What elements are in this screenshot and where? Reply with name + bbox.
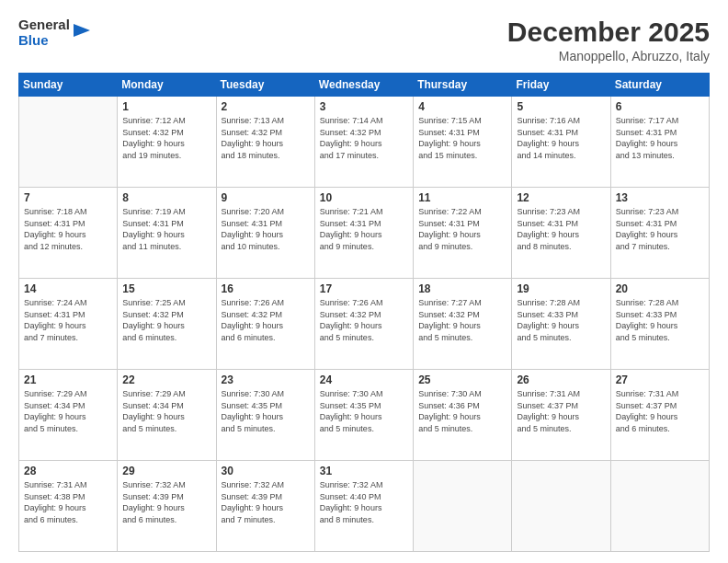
day-number: 1	[122, 100, 210, 113]
day-number: 10	[320, 191, 408, 204]
calendar-cell: 30Sunrise: 7:32 AM Sunset: 4:39 PM Dayli…	[216, 461, 314, 552]
day-number: 6	[616, 100, 704, 113]
week-row-4: 28Sunrise: 7:31 AM Sunset: 4:38 PM Dayli…	[19, 461, 710, 552]
calendar-cell: 25Sunrise: 7:30 AM Sunset: 4:36 PM Dayli…	[414, 370, 512, 461]
calendar-cell: 1Sunrise: 7:12 AM Sunset: 4:32 PM Daylig…	[118, 97, 216, 188]
day-info: Sunrise: 7:24 AM Sunset: 4:31 PM Dayligh…	[24, 297, 112, 343]
calendar-cell: 18Sunrise: 7:27 AM Sunset: 4:32 PM Dayli…	[414, 279, 512, 370]
col-tuesday: Tuesday	[216, 74, 314, 97]
calendar-cell: 14Sunrise: 7:24 AM Sunset: 4:31 PM Dayli…	[19, 279, 118, 370]
calendar-cell	[610, 461, 709, 552]
calendar: Sunday Monday Tuesday Wednesday Thursday…	[18, 73, 710, 552]
day-number: 12	[517, 191, 605, 204]
calendar-header-row: Sunday Monday Tuesday Wednesday Thursday…	[19, 74, 710, 97]
calendar-cell: 15Sunrise: 7:25 AM Sunset: 4:32 PM Dayli…	[118, 279, 216, 370]
day-info: Sunrise: 7:27 AM Sunset: 4:32 PM Dayligh…	[418, 297, 506, 343]
calendar-cell: 8Sunrise: 7:19 AM Sunset: 4:31 PM Daylig…	[118, 188, 216, 279]
day-info: Sunrise: 7:16 AM Sunset: 4:31 PM Dayligh…	[517, 115, 605, 161]
day-number: 8	[122, 191, 210, 204]
day-number: 20	[616, 282, 704, 295]
day-number: 26	[517, 373, 605, 386]
day-info: Sunrise: 7:23 AM Sunset: 4:31 PM Dayligh…	[517, 206, 605, 252]
day-info: Sunrise: 7:28 AM Sunset: 4:33 PM Dayligh…	[616, 297, 704, 343]
day-info: Sunrise: 7:31 AM Sunset: 4:37 PM Dayligh…	[616, 388, 704, 434]
week-row-0: 1Sunrise: 7:12 AM Sunset: 4:32 PM Daylig…	[19, 97, 710, 188]
calendar-cell: 26Sunrise: 7:31 AM Sunset: 4:37 PM Dayli…	[512, 370, 610, 461]
calendar-cell: 23Sunrise: 7:30 AM Sunset: 4:35 PM Dayli…	[216, 370, 314, 461]
calendar-cell: 4Sunrise: 7:15 AM Sunset: 4:31 PM Daylig…	[414, 97, 512, 188]
day-number: 31	[320, 465, 408, 477]
col-saturday: Saturday	[610, 74, 709, 97]
day-number: 30	[222, 465, 310, 477]
location: Manoppello, Abruzzo, Italy	[507, 49, 710, 63]
calendar-cell: 13Sunrise: 7:23 AM Sunset: 4:31 PM Dayli…	[610, 188, 709, 279]
logo-general: General	[18, 17, 70, 32]
day-number: 27	[616, 373, 704, 386]
svg-marker-0	[74, 24, 90, 37]
day-info: Sunrise: 7:30 AM Sunset: 4:35 PM Dayligh…	[320, 388, 408, 434]
calendar-cell: 10Sunrise: 7:21 AM Sunset: 4:31 PM Dayli…	[314, 188, 413, 279]
day-number: 5	[517, 100, 605, 113]
day-info: Sunrise: 7:31 AM Sunset: 4:38 PM Dayligh…	[24, 479, 112, 525]
calendar-cell: 7Sunrise: 7:18 AM Sunset: 4:31 PM Daylig…	[19, 188, 118, 279]
col-sunday: Sunday	[19, 74, 118, 97]
col-thursday: Thursday	[414, 74, 512, 97]
day-info: Sunrise: 7:22 AM Sunset: 4:31 PM Dayligh…	[418, 206, 506, 252]
day-number: 16	[222, 282, 310, 295]
logo-arrow-icon	[72, 20, 92, 40]
calendar-cell: 3Sunrise: 7:14 AM Sunset: 4:32 PM Daylig…	[314, 97, 413, 188]
day-info: Sunrise: 7:14 AM Sunset: 4:32 PM Dayligh…	[320, 115, 408, 161]
day-number: 17	[320, 282, 408, 295]
day-number: 21	[24, 373, 112, 386]
day-number: 4	[418, 100, 506, 113]
day-info: Sunrise: 7:32 AM Sunset: 4:39 PM Dayligh…	[222, 479, 310, 525]
logo-blue: Blue	[18, 32, 70, 48]
calendar-cell: 24Sunrise: 7:30 AM Sunset: 4:35 PM Dayli…	[314, 370, 413, 461]
day-number: 13	[616, 191, 704, 204]
calendar-cell	[414, 461, 512, 552]
calendar-cell: 29Sunrise: 7:32 AM Sunset: 4:39 PM Dayli…	[118, 461, 216, 552]
logo: General Blue	[18, 17, 92, 49]
day-info: Sunrise: 7:28 AM Sunset: 4:33 PM Dayligh…	[517, 297, 605, 343]
page: General Blue December 2025 Manoppello, A…	[0, 0, 728, 563]
day-number: 25	[418, 373, 506, 386]
col-wednesday: Wednesday	[314, 74, 413, 97]
day-info: Sunrise: 7:23 AM Sunset: 4:31 PM Dayligh…	[616, 206, 704, 252]
calendar-cell: 21Sunrise: 7:29 AM Sunset: 4:34 PM Dayli…	[19, 370, 118, 461]
day-info: Sunrise: 7:19 AM Sunset: 4:31 PM Dayligh…	[122, 206, 210, 252]
day-number: 7	[24, 191, 112, 204]
day-number: 18	[418, 282, 506, 295]
calendar-cell: 5Sunrise: 7:16 AM Sunset: 4:31 PM Daylig…	[512, 97, 610, 188]
week-row-1: 7Sunrise: 7:18 AM Sunset: 4:31 PM Daylig…	[19, 188, 710, 279]
col-monday: Monday	[118, 74, 216, 97]
calendar-cell	[19, 97, 118, 188]
day-number: 29	[122, 465, 210, 477]
day-info: Sunrise: 7:12 AM Sunset: 4:32 PM Dayligh…	[122, 115, 210, 161]
day-info: Sunrise: 7:30 AM Sunset: 4:36 PM Dayligh…	[418, 388, 506, 434]
day-info: Sunrise: 7:29 AM Sunset: 4:34 PM Dayligh…	[122, 388, 210, 434]
calendar-cell: 2Sunrise: 7:13 AM Sunset: 4:32 PM Daylig…	[216, 97, 314, 188]
day-number: 3	[320, 100, 408, 113]
day-info: Sunrise: 7:20 AM Sunset: 4:31 PM Dayligh…	[222, 206, 310, 252]
day-info: Sunrise: 7:21 AM Sunset: 4:31 PM Dayligh…	[320, 206, 408, 252]
week-row-3: 21Sunrise: 7:29 AM Sunset: 4:34 PM Dayli…	[19, 370, 710, 461]
calendar-cell: 28Sunrise: 7:31 AM Sunset: 4:38 PM Dayli…	[19, 461, 118, 552]
calendar-cell: 17Sunrise: 7:26 AM Sunset: 4:32 PM Dayli…	[314, 279, 413, 370]
calendar-cell: 19Sunrise: 7:28 AM Sunset: 4:33 PM Dayli…	[512, 279, 610, 370]
day-info: Sunrise: 7:17 AM Sunset: 4:31 PM Dayligh…	[616, 115, 704, 161]
col-friday: Friday	[512, 74, 610, 97]
day-number: 15	[122, 282, 210, 295]
day-info: Sunrise: 7:13 AM Sunset: 4:32 PM Dayligh…	[222, 115, 310, 161]
day-info: Sunrise: 7:18 AM Sunset: 4:31 PM Dayligh…	[24, 206, 112, 252]
title-block: December 2025 Manoppello, Abruzzo, Italy	[507, 17, 710, 63]
day-number: 14	[24, 282, 112, 295]
calendar-cell: 6Sunrise: 7:17 AM Sunset: 4:31 PM Daylig…	[610, 97, 709, 188]
day-number: 19	[517, 282, 605, 295]
day-info: Sunrise: 7:30 AM Sunset: 4:35 PM Dayligh…	[222, 388, 310, 434]
day-info: Sunrise: 7:32 AM Sunset: 4:40 PM Dayligh…	[320, 479, 408, 525]
day-info: Sunrise: 7:15 AM Sunset: 4:31 PM Dayligh…	[418, 115, 506, 161]
day-info: Sunrise: 7:31 AM Sunset: 4:37 PM Dayligh…	[517, 388, 605, 434]
day-number: 24	[320, 373, 408, 386]
day-number: 22	[122, 373, 210, 386]
day-info: Sunrise: 7:32 AM Sunset: 4:39 PM Dayligh…	[122, 479, 210, 525]
